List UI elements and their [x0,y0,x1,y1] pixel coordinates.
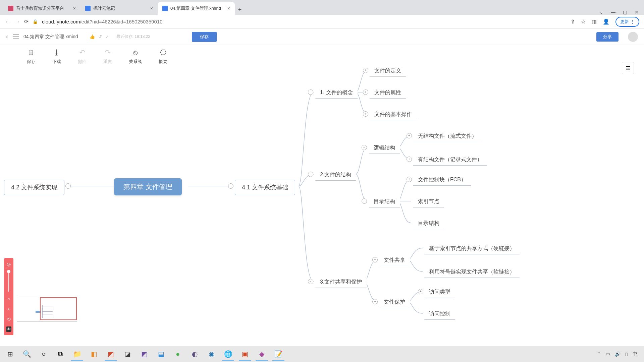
action-undo[interactable]: ↶撤回 [78,49,87,65]
maximize-icon[interactable]: ▢ [623,9,627,15]
share-button[interactable]: 分享 [596,32,619,42]
node-logic-struct[interactable]: 逻辑结构 [369,142,400,154]
back-icon[interactable]: ← [5,18,10,25]
node-struct[interactable]: 有结构文件（记录式文件） [413,154,487,166]
powerpoint-icon[interactable]: ▣ [237,347,253,361]
collapse-toggle[interactable]: − [362,198,367,204]
node-softlink[interactable]: 利用符号链实现文件共享（软链接） [424,266,520,278]
pycharm-icon[interactable]: ◩ [103,347,119,361]
node-index-node[interactable]: 索引节点 [413,196,444,207]
profile-icon[interactable]: 👤 [603,18,609,25]
reload-icon[interactable]: ⟳ [24,18,29,25]
volume-icon[interactable]: 🔊 [615,351,621,357]
action-download[interactable]: ⭳下载 [52,49,61,65]
app-icon[interactable]: ◧ [86,347,102,361]
action-save[interactable]: 🗎保存 [27,49,36,65]
chevron-up-icon[interactable]: ⌃ [597,351,601,357]
cortana-icon[interactable]: ○ [36,347,52,361]
menu-icon[interactable] [13,35,19,39]
minimap-viewport[interactable] [40,297,77,320]
target-icon[interactable]: ◎ [6,261,11,267]
node-dir-struct-leaf[interactable]: 目录结构 [413,218,444,229]
taskview-icon[interactable]: ⧉ [52,347,68,361]
collapse-toggle[interactable]: − [362,145,367,150]
refresh-icon[interactable]: ⟲ [6,316,11,322]
vscode-icon[interactable]: ⬓ [153,347,169,361]
search-icon[interactable]: 🔍 [19,347,35,361]
start-button[interactable]: ⊞ [2,347,18,361]
app2-icon[interactable]: ◆ [254,347,270,361]
app-back-icon[interactable]: ‹ [6,33,8,40]
forward-icon[interactable]: → [14,18,20,25]
node-file-ops[interactable]: 文件的基本操作 [370,109,417,120]
node-protect[interactable]: 文件保护 [379,297,410,308]
chevron-down-icon[interactable]: ⌄ [599,9,603,15]
mindmap-canvas[interactable]: 第四章 文件管理 4.2 文件系统实现 − − 4.1 文件系统基础 − 1. … [0,67,644,345]
expand-toggle[interactable]: + [363,89,368,95]
collapse-toggle[interactable]: − [308,279,313,284]
ide-icon[interactable]: ◪ [119,347,136,361]
expand-toggle[interactable]: + [407,133,412,138]
ide2-icon[interactable]: ◩ [136,347,152,361]
share-page-icon[interactable]: ⇪ [571,18,575,25]
history-icon[interactable]: ↺ [98,34,102,39]
explorer-icon[interactable]: 📁 [69,347,85,361]
browser-tab-2[interactable]: 枫叶云笔记 × [80,2,158,15]
node-4-2[interactable]: 4.2 文件系统实现 [4,180,64,195]
network-icon[interactable]: ▯ [625,351,628,357]
node-nostruct[interactable]: 无结构文件（流式文件） [413,131,482,142]
expand-toggle[interactable]: + [407,157,412,162]
minimize-icon[interactable]: — [611,9,615,15]
panel-icon[interactable]: ▥ [592,18,597,25]
minimap[interactable] [17,295,77,322]
circle-icon[interactable]: ○ [6,296,11,302]
zoom-slider[interactable] [8,272,9,292]
close-icon[interactable]: × [150,6,153,11]
node-structure[interactable]: 2.文件的结构 [315,169,356,181]
save-button[interactable]: 保存 [192,32,217,42]
eclipse-icon[interactable]: ◐ [186,347,203,361]
notepad-icon[interactable]: 📝 [270,347,286,361]
collapse-toggle[interactable]: − [372,299,378,304]
collapse-toggle[interactable]: − [308,172,313,177]
star-icon[interactable]: ☆ [581,18,586,25]
collapse-toggle[interactable]: − [308,89,313,95]
node-dir-struct[interactable]: 目录结构 [369,196,400,207]
close-icon[interactable]: × [73,6,76,11]
action-redo[interactable]: ↷重做 [103,49,112,65]
node-access-ctrl[interactable]: 访问控制 [424,308,455,320]
node-fcb[interactable]: 文件控制块（FCB） [413,174,471,186]
expand-toggle[interactable]: + [418,289,423,294]
node-share[interactable]: 文件共享 [379,255,410,266]
new-tab-button[interactable]: + [235,5,245,15]
node-share-protect[interactable]: 3.文件共享和保护 [315,277,367,288]
node-4-1[interactable]: 4.1 文件系统基础 [235,180,295,195]
node-concept[interactable]: 1. 文件的概念 [315,87,358,99]
close-icon[interactable]: × [227,6,230,11]
wechat-icon[interactable]: ● [170,347,186,361]
collapse-toggle[interactable]: − [65,183,71,189]
node-file-attr[interactable]: 文件的属性 [370,87,406,99]
collapse-toggle[interactable]: − [372,257,378,262]
update-button[interactable]: 更新 ⋮ [615,17,639,27]
ime-indicator[interactable]: 中 [633,351,637,357]
action-outline[interactable]: ⎔概要 [159,49,167,65]
battery-icon[interactable]: ▭ [606,351,610,357]
chrome-icon[interactable]: 🌐 [220,347,236,361]
url-field[interactable]: cloud.fynote.com/edit?nid=46226&id=16502… [42,19,567,24]
node-file-def[interactable]: 文件的定义 [370,65,406,77]
thumb-icon[interactable]: 👍 [90,34,95,39]
collapse-toggle[interactable]: − [228,183,233,189]
avatar[interactable] [628,32,638,42]
edge-icon[interactable]: ◉ [203,347,219,361]
browser-tab-3[interactable]: 04.第四章 文件管理.xmind × [158,2,235,15]
expand-toggle[interactable]: + [407,177,412,182]
node-hardlink[interactable]: 基于索引节点的共享方式（硬链接） [424,243,520,254]
expand-toggle[interactable]: + [363,111,368,117]
eye-icon[interactable]: 👁 [6,326,11,332]
browser-tab-1[interactable]: 马士兵教育知识分享平台 × [3,2,80,15]
action-relation[interactable]: ⎋关系线 [129,49,142,65]
node-access-type[interactable]: 访问类型 [424,287,455,298]
expand-toggle[interactable]: + [363,68,368,73]
node-root[interactable]: 第四章 文件管理 [114,178,182,195]
